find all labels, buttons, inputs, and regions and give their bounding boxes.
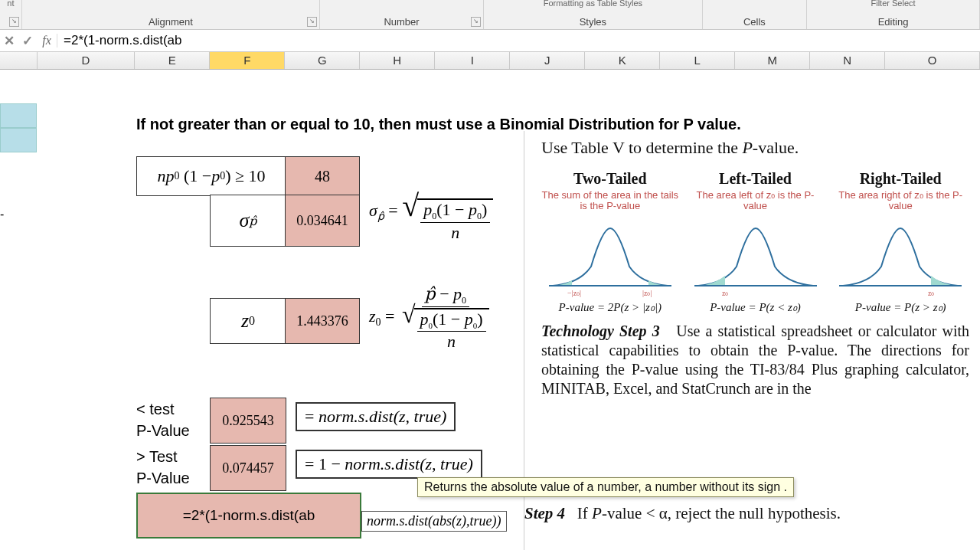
lt-label: < test	[136, 401, 174, 418]
svg-text:z₀: z₀	[722, 289, 728, 297]
ribbon-group-styles: Formatting as Table Styles Styles	[484, 0, 703, 29]
fx-icon[interactable]: fx	[37, 34, 57, 47]
ribbon-dlg-icon[interactable]: ↘	[307, 17, 317, 27]
overlay-body: Technology Step 3 Use a statistical spre…	[541, 322, 969, 398]
col-header-f[interactable]: F	[210, 52, 285, 69]
col-header-d[interactable]: D	[38, 52, 136, 69]
np-value-cell[interactable]: 48	[285, 156, 360, 196]
blue-cell[interactable]	[0, 128, 37, 152]
formula-lt: = norm.s.dist(z, true)	[296, 402, 456, 431]
tails-row: Two-Tailed The sum of the area in the ta…	[541, 169, 969, 315]
col-header-k[interactable]: K	[585, 52, 660, 69]
lt-label2: P-Value	[136, 422, 190, 440]
ribbon-group-editing: Filter Select Editing	[807, 0, 980, 29]
formula-bar: ✕ ✓ fx	[0, 30, 980, 52]
formula-2t: norm.s.dist(abs(z),true))	[361, 511, 507, 532]
col-header-l[interactable]: L	[660, 52, 735, 69]
gt-label2: P-Value	[136, 470, 190, 487]
svg-text:z₀: z₀	[928, 289, 934, 297]
tail-right: Right-Tailed The area right of z₀ is the…	[831, 169, 969, 315]
col-header-n[interactable]: N	[810, 52, 885, 69]
col-header-e[interactable]: E	[135, 52, 210, 69]
col-header[interactable]	[0, 52, 38, 69]
bell-left-tailed: z₀	[694, 213, 817, 297]
blue-cell[interactable]	[0, 103, 37, 128]
col-header-h[interactable]: H	[360, 52, 435, 69]
tail-left: Left-Tailed The area left of z₀ is the P…	[687, 169, 825, 315]
np-formula-cell: np0 (1 − p0) ≥ 10	[136, 156, 286, 196]
lt-value-cell[interactable]: 0.925543	[210, 398, 286, 444]
col-header-i[interactable]: I	[435, 52, 510, 69]
ribbon-group-number: Number ↘	[320, 0, 484, 29]
col-header-m[interactable]: M	[735, 52, 810, 69]
overlay-lead: Use Table V to determine the P-value.	[541, 137, 969, 159]
enter-button[interactable]: ✓	[18, 33, 37, 49]
sigma-formula: σp̂ = √ p0(1 − p0) n	[369, 198, 493, 243]
ribbon-groups: nt ↘ Alignment ↘ Number ↘ Formatting as …	[0, 0, 980, 30]
column-headers: D E F G H I J K L M N O	[0, 52, 980, 70]
col-header-g[interactable]: G	[285, 52, 360, 69]
textbook-overlay: Use Table V to determine the P-value. Tw…	[524, 131, 980, 550]
bell-two-tailed: −|z₀| |z₀|	[549, 213, 671, 297]
cancel-button[interactable]: ✕	[0, 33, 18, 49]
sigma-label-cell: σp̂	[210, 195, 286, 247]
col-header-j[interactable]: J	[510, 52, 585, 69]
gt-label: > Test	[136, 448, 178, 466]
svg-text:−|z₀|: −|z₀|	[567, 289, 581, 297]
z0-formula: z0 = p̂ − p0 √ p0(1 − p0) n	[369, 284, 492, 352]
ribbon-dlg-icon[interactable]: ↘	[471, 17, 481, 27]
ribbon-group-alignment: Alignment ↘	[22, 0, 320, 29]
gt-value-cell[interactable]: 0.074457	[210, 445, 286, 491]
sheet-area[interactable]: - If not greater than or equal to 10, th…	[0, 70, 980, 550]
formula-input[interactable]	[60, 32, 980, 49]
blue-cell: -	[0, 208, 4, 221]
ribbon-group-font: nt ↘	[0, 0, 22, 29]
sigma-value-cell[interactable]: 0.034641	[285, 195, 360, 247]
ribbon-group-cells: Cells	[703, 0, 807, 29]
svg-text:|z₀|: |z₀|	[642, 289, 652, 297]
ribbon-dlg-icon[interactable]: ↘	[9, 17, 19, 27]
z0-label-cell: z0	[210, 298, 286, 344]
tail-two: Two-Tailed The sum of the area in the ta…	[541, 169, 679, 315]
step4: Step 4 If P-value < α, reject the null h…	[524, 503, 841, 523]
bell-right-tailed: z₀	[839, 213, 962, 297]
col-header-o[interactable]: O	[885, 52, 980, 69]
active-cell-edit[interactable]: =2*(1-norm.s.dist(ab	[136, 493, 361, 539]
z0-value-cell[interactable]: 1.443376	[285, 298, 360, 344]
formula-gt: = 1 − norm.s.dist(z, true)	[296, 450, 482, 479]
grid[interactable]: D E F G H I J K L M N O - If not greater…	[0, 52, 980, 550]
function-tooltip: Returns the absolute value of a number, …	[417, 477, 794, 497]
